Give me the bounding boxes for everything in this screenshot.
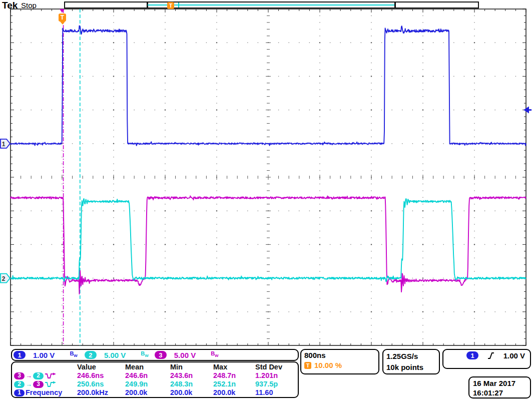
trigger-position-icon: T [167, 2, 174, 9]
display-window-indicator [148, 5, 394, 6]
channel-2-position-marker: 2 [1, 274, 10, 283]
window-right-bracket-icon [394, 3, 396, 8]
cursor-marker-icon [60, 9, 65, 13]
channel-1-position-marker: 1 [1, 139, 10, 148]
waveform-trace-ch1 [11, 26, 526, 146]
trigger-position-marker-icon: T [59, 14, 66, 22]
svg-text:2: 2 [2, 275, 6, 282]
waveform-display: 12 [0, 0, 532, 399]
trace-ch1 [11, 26, 526, 146]
trigger-position-pointer-icon [60, 22, 65, 25]
oscilloscope-screen: 12 Tek Stop T T 1 1.00 V BW 2 5.00 V BW … [0, 0, 532, 399]
svg-text:1: 1 [2, 141, 6, 148]
acquisition-preview-bar: T [64, 2, 479, 9]
cursor-position-tick [178, 3, 179, 8]
trigger-level-arrow-icon [523, 107, 531, 114]
measurement-cursors [64, 9, 80, 345]
